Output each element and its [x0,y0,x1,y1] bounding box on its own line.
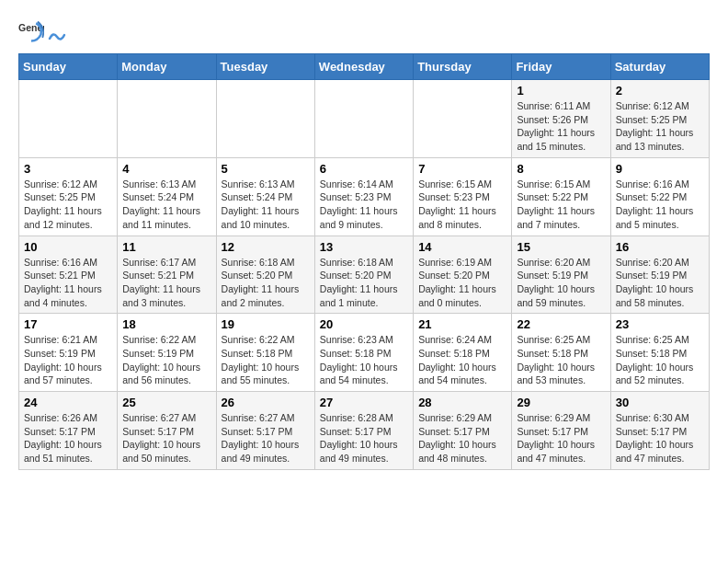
day-info: Sunrise: 6:30 AM Sunset: 5:17 PM Dayligh… [616,412,694,464]
day-info: Sunrise: 6:12 AM Sunset: 5:25 PM Dayligh… [616,100,694,152]
calendar-cell: 9Sunrise: 6:16 AM Sunset: 5:22 PM Daylig… [610,157,709,236]
day-number: 4 [122,162,210,176]
calendar-cell: 29Sunrise: 6:29 AM Sunset: 5:17 PM Dayli… [512,392,610,470]
day-info: Sunrise: 6:17 AM Sunset: 5:21 PM Dayligh… [122,257,200,308]
day-info: Sunrise: 6:12 AM Sunset: 5:25 PM Dayligh… [24,178,102,230]
day-number: 21 [418,317,506,331]
day-info: Sunrise: 6:18 AM Sunset: 5:20 PM Dayligh… [320,257,398,308]
calendar-cell: 16Sunrise: 6:20 AM Sunset: 5:19 PM Dayli… [610,236,709,314]
day-info: Sunrise: 6:21 AM Sunset: 5:19 PM Dayligh… [24,334,102,385]
day-number: 14 [418,240,506,254]
day-number: 1 [517,84,605,98]
weekday-header-friday: Friday [512,54,610,80]
weekday-header-tuesday: Tuesday [216,54,314,80]
weekday-header-wednesday: Wednesday [314,54,413,80]
day-number: 7 [418,162,506,176]
logo-icon: General [18,18,44,44]
day-number: 2 [616,84,704,98]
day-number: 11 [122,240,210,254]
calendar-cell: 17Sunrise: 6:21 AM Sunset: 5:19 PM Dayli… [19,314,118,392]
calendar-cell: 12Sunrise: 6:18 AM Sunset: 5:20 PM Dayli… [216,236,314,314]
calendar-cell: 23Sunrise: 6:25 AM Sunset: 5:18 PM Dayli… [610,314,709,392]
calendar-cell: 10Sunrise: 6:16 AM Sunset: 5:21 PM Dayli… [19,236,118,314]
day-number: 24 [24,396,112,409]
day-number: 10 [24,240,112,254]
calendar-cell: 6Sunrise: 6:14 AM Sunset: 5:23 PM Daylig… [314,157,413,236]
calendar-cell: 20Sunrise: 6:23 AM Sunset: 5:18 PM Dayli… [314,314,413,392]
day-info: Sunrise: 6:20 AM Sunset: 5:19 PM Dayligh… [616,257,694,308]
day-number: 17 [24,317,112,331]
day-info: Sunrise: 6:19 AM Sunset: 5:20 PM Dayligh… [418,257,496,308]
calendar-header-row: SundayMondayTuesdayWednesdayThursdayFrid… [19,54,710,80]
calendar-cell: 30Sunrise: 6:30 AM Sunset: 5:17 PM Dayli… [610,392,709,470]
day-number: 12 [222,240,310,254]
calendar-cell: 14Sunrise: 6:19 AM Sunset: 5:20 PM Dayli… [414,236,512,314]
calendar-cell: 5Sunrise: 6:13 AM Sunset: 5:24 PM Daylig… [216,157,314,236]
day-number: 16 [616,240,704,254]
logo-text [48,22,66,44]
calendar-cell: 26Sunrise: 6:27 AM Sunset: 5:17 PM Dayli… [216,392,314,470]
logo-wave-icon [48,26,66,44]
day-info: Sunrise: 6:16 AM Sunset: 5:22 PM Dayligh… [616,178,694,230]
calendar-cell [19,80,118,158]
day-number: 9 [616,162,704,176]
day-info: Sunrise: 6:15 AM Sunset: 5:23 PM Dayligh… [418,178,496,230]
day-number: 6 [320,162,408,176]
day-number: 30 [616,396,704,409]
day-number: 18 [122,317,210,331]
calendar-cell: 11Sunrise: 6:17 AM Sunset: 5:21 PM Dayli… [118,236,216,314]
calendar-cell: 18Sunrise: 6:22 AM Sunset: 5:19 PM Dayli… [118,314,216,392]
day-info: Sunrise: 6:24 AM Sunset: 5:18 PM Dayligh… [418,334,496,385]
day-info: Sunrise: 6:25 AM Sunset: 5:18 PM Dayligh… [517,334,595,385]
weekday-header-thursday: Thursday [414,54,512,80]
day-info: Sunrise: 6:16 AM Sunset: 5:21 PM Dayligh… [24,257,102,308]
calendar-cell: 15Sunrise: 6:20 AM Sunset: 5:19 PM Dayli… [512,236,610,314]
day-number: 8 [517,162,605,176]
calendar-cell [314,80,413,158]
day-info: Sunrise: 6:14 AM Sunset: 5:23 PM Dayligh… [320,178,398,230]
weekday-header-saturday: Saturday [610,54,709,80]
day-info: Sunrise: 6:22 AM Sunset: 5:19 PM Dayligh… [122,334,200,385]
day-info: Sunrise: 6:15 AM Sunset: 5:22 PM Dayligh… [517,178,595,230]
calendar-cell: 2Sunrise: 6:12 AM Sunset: 5:25 PM Daylig… [610,80,709,158]
day-number: 26 [222,396,310,409]
day-info: Sunrise: 6:26 AM Sunset: 5:17 PM Dayligh… [24,412,102,464]
day-number: 13 [320,240,408,254]
calendar-week-row: 17Sunrise: 6:21 AM Sunset: 5:19 PM Dayli… [19,314,710,392]
day-info: Sunrise: 6:13 AM Sunset: 5:24 PM Dayligh… [122,178,200,230]
day-number: 23 [616,317,704,331]
calendar-week-row: 1Sunrise: 6:11 AM Sunset: 5:26 PM Daylig… [19,80,710,158]
calendar-cell: 1Sunrise: 6:11 AM Sunset: 5:26 PM Daylig… [512,80,610,158]
logo: General [18,18,66,44]
calendar-table: SundayMondayTuesdayWednesdayThursdayFrid… [18,53,710,470]
calendar-cell: 7Sunrise: 6:15 AM Sunset: 5:23 PM Daylig… [414,157,512,236]
calendar-week-row: 10Sunrise: 6:16 AM Sunset: 5:21 PM Dayli… [19,236,710,314]
calendar-cell [216,80,314,158]
day-info: Sunrise: 6:23 AM Sunset: 5:18 PM Dayligh… [320,334,398,385]
day-number: 3 [24,162,112,176]
calendar-cell: 13Sunrise: 6:18 AM Sunset: 5:20 PM Dayli… [314,236,413,314]
day-info: Sunrise: 6:13 AM Sunset: 5:24 PM Dayligh… [222,178,300,230]
calendar-cell [118,80,216,158]
calendar-cell: 28Sunrise: 6:29 AM Sunset: 5:17 PM Dayli… [414,392,512,470]
day-number: 27 [320,396,408,409]
day-info: Sunrise: 6:25 AM Sunset: 5:18 PM Dayligh… [616,334,694,385]
day-info: Sunrise: 6:11 AM Sunset: 5:26 PM Dayligh… [517,100,595,152]
day-info: Sunrise: 6:29 AM Sunset: 5:17 PM Dayligh… [517,412,595,464]
calendar-cell: 19Sunrise: 6:22 AM Sunset: 5:18 PM Dayli… [216,314,314,392]
calendar-week-row: 24Sunrise: 6:26 AM Sunset: 5:17 PM Dayli… [19,392,710,470]
calendar-week-row: 3Sunrise: 6:12 AM Sunset: 5:25 PM Daylig… [19,157,710,236]
day-number: 19 [222,317,310,331]
calendar-cell: 21Sunrise: 6:24 AM Sunset: 5:18 PM Dayli… [414,314,512,392]
calendar-cell: 8Sunrise: 6:15 AM Sunset: 5:22 PM Daylig… [512,157,610,236]
day-info: Sunrise: 6:27 AM Sunset: 5:17 PM Dayligh… [122,412,200,464]
day-number: 25 [122,396,210,409]
day-number: 15 [517,240,605,254]
day-info: Sunrise: 6:22 AM Sunset: 5:18 PM Dayligh… [222,334,300,385]
day-info: Sunrise: 6:20 AM Sunset: 5:19 PM Dayligh… [517,257,595,308]
day-number: 29 [517,396,605,409]
day-number: 20 [320,317,408,331]
day-number: 5 [222,162,310,176]
calendar-cell: 25Sunrise: 6:27 AM Sunset: 5:17 PM Dayli… [118,392,216,470]
calendar-cell: 22Sunrise: 6:25 AM Sunset: 5:18 PM Dayli… [512,314,610,392]
